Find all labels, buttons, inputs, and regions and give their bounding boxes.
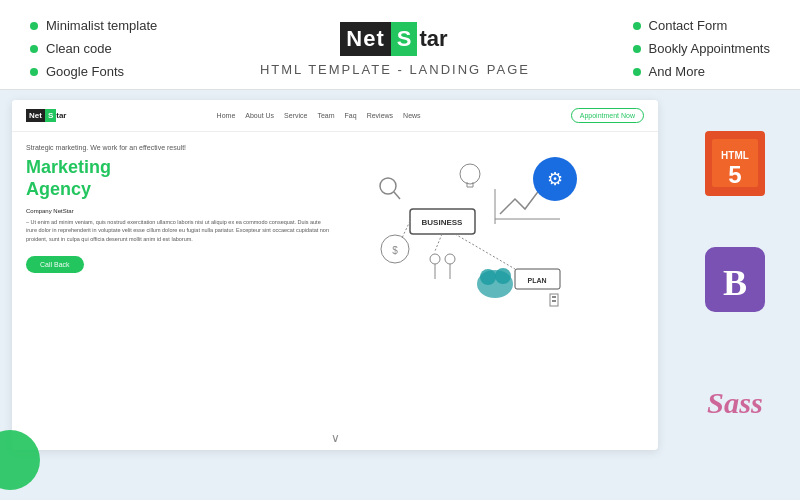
nav-service[interactable]: Service xyxy=(284,112,307,119)
logo-net: Net xyxy=(340,22,390,56)
title-line1: Marketing xyxy=(26,157,330,179)
svg-point-14 xyxy=(430,254,440,264)
logo-box: NetStar xyxy=(340,22,449,56)
html5-icon-container: HTML 5 xyxy=(695,128,775,208)
svg-text:5: 5 xyxy=(728,161,741,188)
svg-line-5 xyxy=(394,192,400,199)
mockup-hero-left: Strategic marketing. We work for an effe… xyxy=(26,144,330,324)
svg-text:$: $ xyxy=(392,245,398,256)
mockup-body-text: – Ut enim ad minim veniam, quis nostrud … xyxy=(26,218,330,243)
feature-label-3: Google Fonts xyxy=(46,64,124,79)
svg-text:PLAN: PLAN xyxy=(527,277,546,284)
mockup-logo-star: S xyxy=(45,109,56,122)
sass-icon: Sass xyxy=(695,374,775,429)
preview-area: NetStar Home About Us Service Team Faq R… xyxy=(0,90,670,480)
nav-reviews[interactable]: Reviews xyxy=(367,112,393,119)
mockup-nav-links: Home About Us Service Team Faq Reviews N… xyxy=(217,112,421,119)
bullet-dot-1 xyxy=(30,22,38,30)
svg-text:⚙: ⚙ xyxy=(547,169,563,189)
feature-item-1: Minimalist template xyxy=(30,18,157,33)
nav-faq[interactable]: Faq xyxy=(345,112,357,119)
feature-item-5: Bookly Appointments xyxy=(633,41,770,56)
mockup-hero: Strategic marketing. We work for an effe… xyxy=(12,132,658,336)
features-left: Minimalist template Clean code Google Fo… xyxy=(30,18,157,79)
feature-label-1: Minimalist template xyxy=(46,18,157,33)
feature-item-6: And More xyxy=(633,64,770,79)
svg-point-6 xyxy=(460,164,480,184)
nav-team[interactable]: Team xyxy=(317,112,334,119)
brand-logo-center: NetStar HTML Template - Landing page xyxy=(260,18,530,77)
logo-rest: tar xyxy=(417,22,449,56)
svg-text:HTML: HTML xyxy=(721,150,749,161)
feature-label-5: Bookly Appointments xyxy=(649,41,770,56)
website-mockup: NetStar Home About Us Service Team Faq R… xyxy=(12,100,658,450)
mockup-hero-title: Marketing Agency xyxy=(26,157,330,200)
main-content: NetStar Home About Us Service Team Faq R… xyxy=(0,90,800,480)
bullet-dot-5 xyxy=(633,45,641,53)
page-subtitle: HTML Template - Landing page xyxy=(260,62,530,77)
business-illustration: BUSINESS $ xyxy=(340,144,600,344)
feature-label-6: And More xyxy=(649,64,705,79)
svg-point-24 xyxy=(480,269,496,285)
nav-home[interactable]: Home xyxy=(217,112,236,119)
svg-text:Sass: Sass xyxy=(707,386,763,420)
features-right: Contact Form Bookly Appointments And Mor… xyxy=(633,18,770,79)
svg-rect-30 xyxy=(554,300,556,302)
logo-star: S xyxy=(391,22,418,56)
tech-icons-panel: HTML 5 B Sass xyxy=(670,90,800,480)
html5-icon: HTML 5 xyxy=(700,131,770,206)
feature-item-4: Contact Form xyxy=(633,18,770,33)
mockup-company-intro: Company NetStar xyxy=(26,208,330,214)
svg-text:B: B xyxy=(723,263,747,303)
bullet-dot-4 xyxy=(633,22,641,30)
nav-about[interactable]: About Us xyxy=(245,112,274,119)
bullet-dot-6 xyxy=(633,68,641,76)
mockup-hero-right: BUSINESS $ xyxy=(340,144,644,324)
bootstrap-icon: B xyxy=(700,247,770,322)
svg-rect-29 xyxy=(552,300,554,302)
bullet-dot-3 xyxy=(30,68,38,76)
company-name: Company NetStar xyxy=(26,208,74,214)
feature-label-4: Contact Form xyxy=(649,18,728,33)
feature-label-2: Clean code xyxy=(46,41,112,56)
mockup-logo: NetStar xyxy=(26,109,66,122)
top-bar: Minimalist template Clean code Google Fo… xyxy=(0,0,800,90)
svg-rect-27 xyxy=(552,296,554,298)
svg-line-20 xyxy=(435,234,442,251)
mockup-navbar: NetStar Home About Us Service Team Faq R… xyxy=(12,100,658,132)
appointment-button[interactable]: Appointment Now xyxy=(571,108,644,123)
title-line2: Agency xyxy=(26,179,330,201)
svg-point-25 xyxy=(495,268,511,284)
svg-point-4 xyxy=(380,178,396,194)
svg-line-22 xyxy=(402,221,410,238)
nav-news[interactable]: News xyxy=(403,112,421,119)
svg-rect-28 xyxy=(554,296,556,298)
callback-button[interactable]: Call Back xyxy=(26,256,84,273)
bootstrap-icon-container: B xyxy=(695,245,775,325)
svg-line-21 xyxy=(455,234,515,269)
sass-icon-container: Sass xyxy=(695,362,775,442)
bullet-dot-2 xyxy=(30,45,38,53)
svg-point-15 xyxy=(445,254,455,264)
feature-item-3: Google Fonts xyxy=(30,64,157,79)
scroll-indicator: ∨ xyxy=(331,431,340,445)
mockup-tagline: Strategic marketing. We work for an effe… xyxy=(26,144,330,151)
svg-text:BUSINESS: BUSINESS xyxy=(422,218,464,227)
mockup-logo-rest: tar xyxy=(56,111,66,120)
feature-item-2: Clean code xyxy=(30,41,157,56)
mockup-logo-net: Net xyxy=(26,109,45,122)
